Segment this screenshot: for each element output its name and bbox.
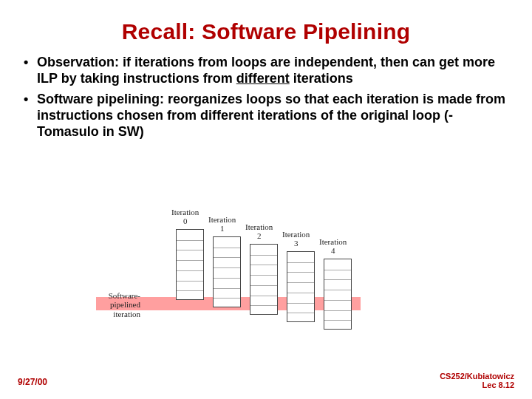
slide: Recall: Software Pipelining Observation:…: [0, 0, 532, 399]
iteration-box: [176, 229, 204, 300]
bullet-text-pre: Software pipelining: reorganizes loops s…: [37, 92, 505, 139]
footer-date: 9/27/00: [18, 377, 47, 387]
iteration-label: Iteration2: [245, 223, 273, 240]
bullet-text-post: iterations: [290, 71, 353, 86]
bullet-item: Observation: if iterations from loops ar…: [24, 55, 508, 87]
bullet-list: Observation: if iterations from loops ar…: [24, 55, 508, 140]
iteration-box: [250, 244, 278, 315]
bullet-item: Software pipelining: reorganizes loops s…: [24, 92, 508, 140]
pipeline-diagram: Software-pipelinediteration Iteration0It…: [96, 214, 436, 351]
footer-course-line1: CS252/Kubiatowicz: [440, 372, 514, 381]
iteration-label: Iteration4: [319, 238, 347, 255]
footer-course: CS252/Kubiatowicz Lec 8.12: [440, 372, 514, 390]
iteration-label: Iteration3: [282, 231, 310, 248]
slide-title: Recall: Software Pipelining: [24, 19, 508, 44]
footer-course-line2: Lec 8.12: [482, 381, 514, 389]
iteration-box: [287, 251, 315, 322]
iteration-label: Iteration1: [208, 216, 236, 233]
software-pipelined-label: Software-pipelinediteration: [96, 291, 140, 318]
bullet-text-underline: different: [236, 71, 290, 86]
iteration-box: [213, 236, 241, 307]
iteration-box: [324, 259, 352, 330]
iteration-label: Iteration0: [171, 208, 199, 225]
